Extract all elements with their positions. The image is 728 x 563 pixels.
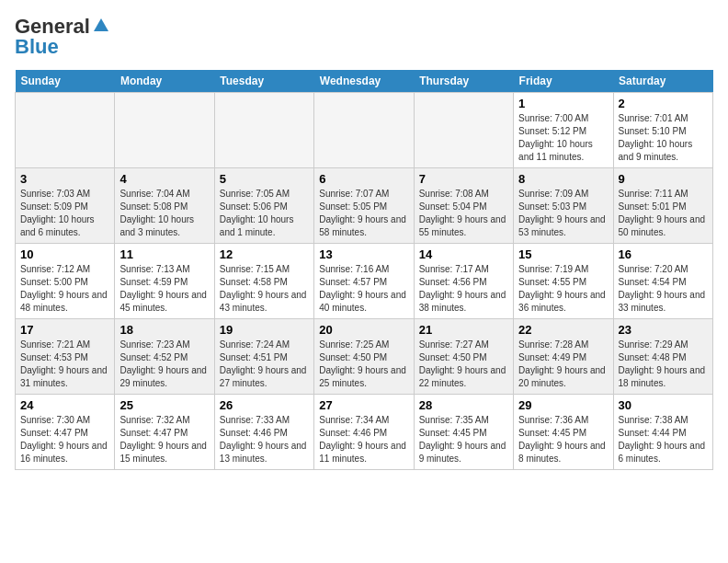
day-number: 22 [518, 323, 608, 337]
calendar-cell: 25Sunrise: 7:32 AM Sunset: 4:47 PM Dayli… [115, 395, 214, 470]
day-number: 9 [619, 172, 708, 186]
calendar-cell: 16Sunrise: 7:20 AM Sunset: 4:54 PM Dayli… [613, 244, 712, 319]
calendar-cell: 21Sunrise: 7:27 AM Sunset: 4:50 PM Dayli… [414, 319, 513, 395]
calendar-cell: 9Sunrise: 7:11 AM Sunset: 5:01 PM Daylig… [613, 168, 712, 244]
calendar-cell: 1Sunrise: 7:00 AM Sunset: 5:12 PM Daylig… [514, 93, 613, 168]
calendar-cell: 23Sunrise: 7:29 AM Sunset: 4:48 PM Dayli… [613, 319, 712, 395]
day-number: 13 [319, 247, 408, 261]
calendar-cell: 14Sunrise: 7:17 AM Sunset: 4:56 PM Dayli… [414, 244, 513, 319]
day-number: 17 [20, 323, 109, 337]
day-number: 29 [518, 398, 608, 412]
day-info: Sunrise: 7:25 AM Sunset: 4:50 PM Dayligh… [319, 339, 408, 390]
calendar-week-row: 1Sunrise: 7:00 AM Sunset: 5:12 PM Daylig… [16, 93, 713, 168]
logo: General Blue [15, 15, 110, 59]
logo-blue: Blue [15, 35, 59, 59]
calendar-cell: 8Sunrise: 7:09 AM Sunset: 5:03 PM Daylig… [514, 168, 613, 244]
weekday-header-row: SundayMondayTuesdayWednesdayThursdayFrid… [16, 70, 713, 93]
calendar-week-row: 10Sunrise: 7:12 AM Sunset: 5:00 PM Dayli… [16, 244, 713, 319]
day-number: 15 [518, 247, 608, 261]
calendar-cell: 6Sunrise: 7:07 AM Sunset: 5:05 PM Daylig… [314, 168, 414, 244]
calendar-cell [16, 93, 115, 168]
calendar-cell: 17Sunrise: 7:21 AM Sunset: 4:53 PM Dayli… [16, 319, 115, 395]
day-info: Sunrise: 7:12 AM Sunset: 5:00 PM Dayligh… [20, 263, 109, 315]
day-number: 21 [419, 323, 508, 337]
day-info: Sunrise: 7:34 AM Sunset: 4:46 PM Dayligh… [319, 414, 408, 465]
weekday-header-monday: Monday [115, 70, 214, 93]
day-info: Sunrise: 7:35 AM Sunset: 4:45 PM Dayligh… [419, 414, 508, 465]
calendar-cell [214, 93, 313, 168]
day-number: 18 [119, 323, 209, 337]
day-number: 27 [319, 398, 408, 412]
day-number: 28 [419, 398, 508, 412]
day-number: 24 [20, 398, 109, 412]
day-info: Sunrise: 7:30 AM Sunset: 4:47 PM Dayligh… [20, 414, 109, 465]
calendar-cell: 3Sunrise: 7:03 AM Sunset: 5:09 PM Daylig… [16, 168, 115, 244]
day-number: 1 [518, 97, 608, 110]
calendar-cell: 12Sunrise: 7:15 AM Sunset: 4:58 PM Dayli… [214, 244, 313, 319]
calendar-cell [414, 93, 513, 168]
calendar-cell: 30Sunrise: 7:38 AM Sunset: 4:44 PM Dayli… [613, 395, 712, 470]
calendar-cell: 13Sunrise: 7:16 AM Sunset: 4:57 PM Dayli… [314, 244, 414, 319]
day-info: Sunrise: 7:20 AM Sunset: 4:54 PM Dayligh… [619, 263, 708, 315]
day-number: 26 [220, 398, 309, 412]
day-number: 6 [319, 172, 408, 186]
day-info: Sunrise: 7:15 AM Sunset: 4:58 PM Dayligh… [220, 263, 309, 315]
calendar-week-row: 17Sunrise: 7:21 AM Sunset: 4:53 PM Dayli… [16, 319, 713, 395]
day-number: 30 [619, 398, 708, 412]
calendar-cell: 27Sunrise: 7:34 AM Sunset: 4:46 PM Dayli… [314, 395, 414, 470]
calendar-cell: 20Sunrise: 7:25 AM Sunset: 4:50 PM Dayli… [314, 319, 414, 395]
calendar-cell [314, 93, 414, 168]
calendar-table: SundayMondayTuesdayWednesdayThursdayFrid… [15, 70, 713, 470]
day-info: Sunrise: 7:17 AM Sunset: 4:56 PM Dayligh… [419, 263, 508, 315]
day-number: 4 [119, 172, 209, 186]
day-info: Sunrise: 7:28 AM Sunset: 4:49 PM Dayligh… [518, 339, 608, 390]
day-number: 2 [619, 97, 708, 110]
day-number: 20 [319, 323, 408, 337]
svg-marker-0 [94, 18, 108, 31]
day-number: 7 [419, 172, 508, 186]
day-info: Sunrise: 7:24 AM Sunset: 4:51 PM Dayligh… [220, 339, 309, 390]
calendar-cell: 22Sunrise: 7:28 AM Sunset: 4:49 PM Dayli… [514, 319, 613, 395]
day-info: Sunrise: 7:08 AM Sunset: 5:04 PM Dayligh… [419, 188, 508, 239]
weekday-header-sunday: Sunday [16, 70, 115, 93]
day-number: 11 [119, 247, 209, 261]
calendar-cell: 26Sunrise: 7:33 AM Sunset: 4:46 PM Dayli… [214, 395, 313, 470]
day-number: 19 [220, 323, 309, 337]
calendar-cell: 24Sunrise: 7:30 AM Sunset: 4:47 PM Dayli… [16, 395, 115, 470]
day-info: Sunrise: 7:16 AM Sunset: 4:57 PM Dayligh… [319, 263, 408, 315]
day-number: 3 [20, 172, 109, 186]
calendar-cell: 4Sunrise: 7:04 AM Sunset: 5:08 PM Daylig… [115, 168, 214, 244]
calendar-week-row: 24Sunrise: 7:30 AM Sunset: 4:47 PM Dayli… [16, 395, 713, 470]
day-info: Sunrise: 7:38 AM Sunset: 4:44 PM Dayligh… [619, 414, 708, 465]
weekday-header-friday: Friday [514, 70, 613, 93]
calendar-cell: 28Sunrise: 7:35 AM Sunset: 4:45 PM Dayli… [414, 395, 513, 470]
day-info: Sunrise: 7:36 AM Sunset: 4:45 PM Dayligh… [518, 414, 608, 465]
weekday-header-wednesday: Wednesday [314, 70, 414, 93]
day-info: Sunrise: 7:05 AM Sunset: 5:06 PM Dayligh… [220, 188, 309, 239]
logo-icon [92, 18, 110, 31]
day-info: Sunrise: 7:21 AM Sunset: 4:53 PM Dayligh… [20, 339, 109, 390]
day-info: Sunrise: 7:23 AM Sunset: 4:52 PM Dayligh… [119, 339, 209, 390]
calendar-cell: 2Sunrise: 7:01 AM Sunset: 5:10 PM Daylig… [613, 93, 712, 168]
day-info: Sunrise: 7:19 AM Sunset: 4:55 PM Dayligh… [518, 263, 608, 315]
calendar-cell: 5Sunrise: 7:05 AM Sunset: 5:06 PM Daylig… [214, 168, 313, 244]
calendar-week-row: 3Sunrise: 7:03 AM Sunset: 5:09 PM Daylig… [16, 168, 713, 244]
calendar-cell [115, 93, 214, 168]
day-info: Sunrise: 7:11 AM Sunset: 5:01 PM Dayligh… [619, 188, 708, 239]
day-number: 5 [220, 172, 309, 186]
weekday-header-tuesday: Tuesday [214, 70, 313, 93]
day-info: Sunrise: 7:09 AM Sunset: 5:03 PM Dayligh… [518, 188, 608, 239]
weekday-header-saturday: Saturday [613, 70, 712, 93]
day-info: Sunrise: 7:01 AM Sunset: 5:10 PM Dayligh… [619, 112, 708, 164]
day-info: Sunrise: 7:32 AM Sunset: 4:47 PM Dayligh… [119, 414, 209, 465]
day-number: 12 [220, 247, 309, 261]
day-info: Sunrise: 7:27 AM Sunset: 4:50 PM Dayligh… [419, 339, 508, 390]
day-number: 8 [518, 172, 608, 186]
day-number: 16 [619, 247, 708, 261]
calendar-cell: 11Sunrise: 7:13 AM Sunset: 4:59 PM Dayli… [115, 244, 214, 319]
calendar-cell: 15Sunrise: 7:19 AM Sunset: 4:55 PM Dayli… [514, 244, 613, 319]
calendar-cell: 18Sunrise: 7:23 AM Sunset: 4:52 PM Dayli… [115, 319, 214, 395]
day-info: Sunrise: 7:00 AM Sunset: 5:12 PM Dayligh… [518, 112, 608, 164]
weekday-header-thursday: Thursday [414, 70, 513, 93]
page-header: General Blue [15, 15, 713, 59]
